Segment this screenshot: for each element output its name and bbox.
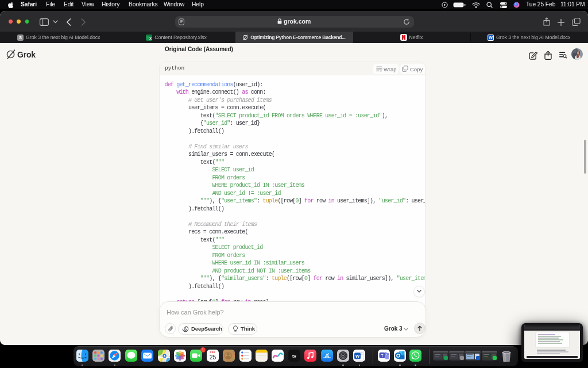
- svg-text:W: W: [489, 36, 493, 40]
- svg-text:25: 25: [209, 353, 216, 360]
- svg-text:W: W: [355, 354, 360, 359]
- svg-text:x: x: [149, 35, 152, 40]
- svg-text:S: S: [19, 35, 22, 40]
- svg-text:T: T: [381, 353, 384, 357]
